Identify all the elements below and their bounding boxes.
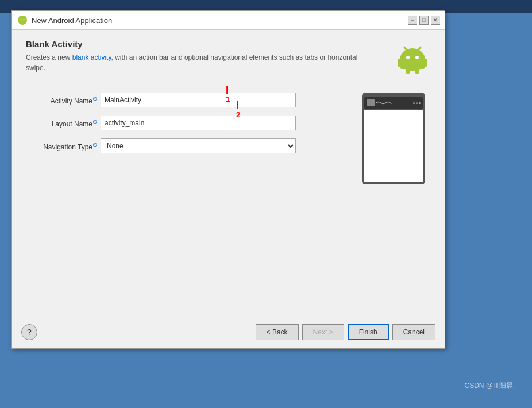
svg-point-8: [406, 56, 410, 59]
svg-point-9: [415, 56, 419, 59]
desc-highlight: blank activity: [72, 53, 111, 61]
title-bar-controls: − □ ✕: [408, 16, 440, 25]
phone-top-waves: [376, 101, 409, 105]
cancel-button[interactable]: Cancel: [392, 324, 435, 340]
navigation-type-select[interactable]: None Tabs Swipe Dropdown: [101, 138, 296, 153]
activity-name-label: Activity Name⊙: [26, 95, 101, 105]
form-section: Activity Name⊙ Layout Name⊙ Navigation T…: [26, 93, 345, 184]
preview-section: [356, 93, 431, 184]
layout-name-input[interactable]: [101, 116, 296, 130]
close-button[interactable]: ✕: [431, 16, 440, 25]
svg-point-2: [21, 19, 22, 20]
layout-name-row: Layout Name⊙: [26, 116, 345, 130]
finish-button[interactable]: Finish: [348, 324, 389, 340]
back-button[interactable]: < Back: [256, 324, 299, 340]
phone-top-square: [367, 99, 375, 106]
svg-rect-13: [423, 59, 427, 67]
navigation-type-label: Navigation Type⊙: [26, 141, 101, 151]
header-description: Creates a new blank activity, with an ac…: [26, 52, 359, 73]
svg-rect-7: [400, 56, 425, 69]
activity-name-row: Activity Name⊙: [26, 93, 345, 107]
phone-preview: [362, 93, 425, 184]
separator-bottom: [26, 311, 431, 311]
dialog-content: Blank Activity Creates a new blank activ…: [12, 30, 445, 311]
layout-name-label: Layout Name⊙: [26, 118, 101, 128]
navigation-type-row: Navigation Type⊙ None Tabs Swipe Dropdow…: [26, 138, 345, 153]
help-button[interactable]: ?: [21, 324, 37, 340]
svg-rect-12: [398, 59, 402, 67]
navigation-buttons: < Back Next > Finish Cancel: [256, 324, 435, 340]
button-bar: ? < Back Next > Finish Cancel: [12, 318, 445, 348]
title-bar: New Android Application − □ ✕: [12, 11, 445, 30]
watermark: CSDN @IT阳晨.: [464, 381, 515, 391]
activity-name-input[interactable]: [101, 93, 296, 107]
spacer-area: [26, 184, 431, 311]
desc-before: Creates a new: [26, 53, 72, 61]
window-title: New Android Application: [32, 16, 112, 25]
maximize-button[interactable]: □: [419, 16, 429, 25]
svg-rect-15: [415, 67, 419, 74]
svg-rect-1: [20, 19, 25, 23]
phone-top-bar: [364, 97, 423, 109]
phone-screen: [364, 110, 423, 182]
android-icon-small: [17, 14, 28, 26]
wave-svg: [376, 101, 392, 105]
next-button[interactable]: Next >: [302, 324, 344, 340]
header-title: Blank Activity: [26, 39, 388, 49]
separator-top: [26, 83, 431, 83]
dialog-window: New Android Application − □ ✕ Blank Acti…: [11, 10, 445, 349]
minimize-button[interactable]: −: [408, 16, 417, 25]
header-section: Blank Activity Creates a new blank activ…: [26, 39, 431, 76]
android-logo: [394, 39, 431, 76]
header-text: Blank Activity Creates a new blank activ…: [26, 39, 388, 73]
title-bar-left: New Android Application: [17, 14, 112, 26]
svg-point-3: [24, 19, 25, 20]
form-and-preview: Activity Name⊙ Layout Name⊙ Navigation T…: [26, 93, 431, 184]
svg-rect-14: [406, 67, 410, 74]
